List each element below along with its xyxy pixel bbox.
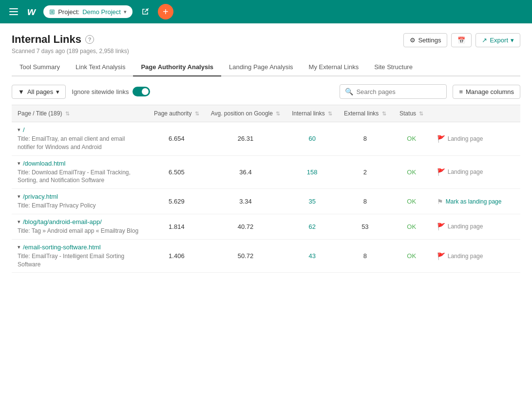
cell-page: ▾ / Title: EmailTray, an email client an… — [12, 122, 148, 156]
table-row: ▾ /privacy.html Title: EmailTray Privacy… — [12, 189, 520, 214]
cell-internal: 158 — [286, 155, 338, 189]
col-header-external[interactable]: External links ⇅ — [338, 105, 392, 122]
cell-authority: 1.406 — [148, 239, 205, 273]
export-button[interactable]: ↗ Export ▾ — [475, 33, 520, 47]
tab-tool-summary[interactable]: Tool Summary — [12, 58, 68, 76]
tabs: Tool Summary Link Text Analysis Page Aut… — [12, 58, 520, 76]
help-icon[interactable]: ? — [85, 35, 94, 44]
tab-page-authority-analysis[interactable]: Page Authority Analysis — [133, 58, 221, 76]
page-url-link[interactable]: / — [23, 126, 25, 133]
landing-badge[interactable]: ⚑ Mark as landing page — [437, 198, 514, 206]
landing-badge: 🚩 Landing page — [437, 135, 514, 143]
settings-button[interactable]: ⚙ Settings — [403, 33, 447, 47]
col-header-position[interactable]: Avg. position on Google ⇅ — [205, 105, 286, 122]
tab-site-structure[interactable]: Site Structure — [366, 58, 420, 76]
sitewide-toggle[interactable] — [133, 87, 150, 96]
row-expand-icon[interactable]: ▾ — [18, 193, 20, 200]
cell-authority: 6.654 — [148, 122, 205, 156]
search-input[interactable] — [356, 88, 441, 95]
cell-landing: 🚩 Landing page — [431, 214, 520, 239]
cell-status: OK — [392, 122, 431, 156]
flag-icon: 🚩 — [437, 135, 445, 143]
cell-page: ▾ /email-sorting-software.html Title: Em… — [12, 239, 148, 273]
col-header-status[interactable]: Status ⇅ — [392, 105, 431, 122]
position-value: 40.72 — [238, 223, 254, 230]
external-links-value: 53 — [361, 223, 368, 230]
row-expand-icon[interactable]: ▾ — [18, 127, 20, 133]
page-url-link[interactable]: /privacy.html — [23, 193, 58, 200]
cell-external: 2 — [338, 155, 392, 189]
cell-status: OK — [392, 155, 431, 189]
col-header-page[interactable]: Page / Title (189) ⇅ — [12, 105, 148, 122]
page-url: ▾ / — [18, 126, 142, 133]
page-title-text: Internal Links — [12, 33, 81, 46]
page-url-link[interactable]: /email-sorting-software.html — [23, 243, 101, 251]
tab-landing-page-analysis[interactable]: Landing Page Analysis — [221, 58, 301, 76]
cell-position: 50.72 — [205, 239, 286, 273]
svg-line-3 — [145, 8, 149, 12]
external-link-icon[interactable] — [138, 5, 152, 19]
tab-link-text-analysis[interactable]: Link Text Analysis — [68, 58, 133, 76]
row-expand-icon[interactable]: ▾ — [18, 244, 20, 250]
cell-position: 36.4 — [205, 155, 286, 189]
page-url: ▾ /privacy.html — [18, 193, 142, 200]
cell-page: ▾ /blog/tag/android-email-app/ Title: Ta… — [12, 214, 148, 239]
col-header-internal[interactable]: Internal links ⇅ — [286, 105, 338, 122]
table-body: ▾ / Title: EmailTray, an email client an… — [12, 122, 520, 273]
cell-authority: 1.814 — [148, 214, 205, 239]
col-header-authority[interactable]: Page authority ⇅ — [148, 105, 205, 122]
external-links-value: 2 — [363, 168, 367, 176]
table-row: ▾ /download.html Title: Download EmailTr… — [12, 155, 520, 189]
top-navigation: w ⊞ Project: Demo Project ▾ + — [0, 0, 532, 23]
export-icon: ↗ — [482, 37, 487, 44]
calendar-button[interactable]: 📅 — [451, 33, 472, 47]
scan-time: Scanned 7 days ago — [12, 48, 65, 55]
gear-icon: ⚙ — [410, 37, 416, 44]
page-header: Internal Links ? Scanned 7 days ago (189… — [12, 33, 520, 55]
cell-page: ▾ /privacy.html Title: EmailTray Privacy… — [12, 189, 148, 214]
cell-internal: 60 — [286, 122, 338, 156]
svg-rect-2 — [9, 14, 18, 15]
authority-value: 1.406 — [169, 252, 185, 260]
search-box[interactable]: 🔍 — [340, 84, 447, 99]
project-selector[interactable]: ⊞ Project: Demo Project ▾ — [43, 5, 133, 18]
table-row: ▾ /email-sorting-software.html Title: Em… — [12, 239, 520, 273]
cell-status: OK — [392, 214, 431, 239]
position-value: 26.31 — [238, 135, 254, 142]
position-value: 36.4 — [239, 168, 251, 176]
menu-icon[interactable] — [6, 4, 21, 19]
position-value: 50.72 — [238, 252, 254, 260]
cell-landing: ⚑ Mark as landing page — [431, 189, 520, 214]
page-url-link[interactable]: /blog/tag/android-email-app/ — [23, 218, 102, 225]
landing-label: Landing page — [448, 168, 483, 175]
internal-links-value: 62 — [308, 223, 315, 230]
page-url-link[interactable]: /download.html — [23, 160, 65, 167]
status-badge: OK — [407, 198, 416, 205]
page-url: ▾ /email-sorting-software.html — [18, 243, 142, 251]
row-expand-icon[interactable]: ▾ — [18, 160, 20, 167]
tab-my-external-links[interactable]: My External Links — [301, 58, 367, 76]
landing-badge: 🚩 Landing page — [437, 168, 514, 176]
add-button[interactable]: + — [158, 4, 173, 19]
authority-value: 5.629 — [169, 198, 185, 205]
page-description: Title: EmailTray, an email client and em… — [18, 135, 142, 151]
col-header-landing — [431, 105, 520, 122]
cell-internal: 35 — [286, 189, 338, 214]
landing-label: Landing page — [448, 135, 483, 142]
app-logo: w — [27, 5, 36, 18]
external-links-value: 8 — [363, 135, 367, 142]
manage-columns-label: Manage columns — [466, 88, 514, 95]
search-icon: 🔍 — [345, 88, 353, 95]
project-icon: ⊞ — [49, 8, 55, 16]
page-description: Title: Tag » Android email app « Emailtr… — [18, 227, 142, 235]
manage-columns-button[interactable]: ≡ Manage columns — [453, 85, 520, 99]
cell-landing: 🚩 Landing page — [431, 239, 520, 273]
table-row: ▾ /blog/tag/android-email-app/ Title: Ta… — [12, 214, 520, 239]
filter-button[interactable]: ▼ All pages ▾ — [12, 85, 66, 99]
landing-label[interactable]: Mark as landing page — [446, 198, 502, 205]
sort-icon: ⇅ — [419, 111, 423, 116]
svg-rect-0 — [9, 8, 18, 9]
svg-rect-1 — [9, 11, 18, 12]
row-expand-icon[interactable]: ▾ — [18, 219, 20, 225]
table-row: ▾ / Title: EmailTray, an email client an… — [12, 122, 520, 156]
